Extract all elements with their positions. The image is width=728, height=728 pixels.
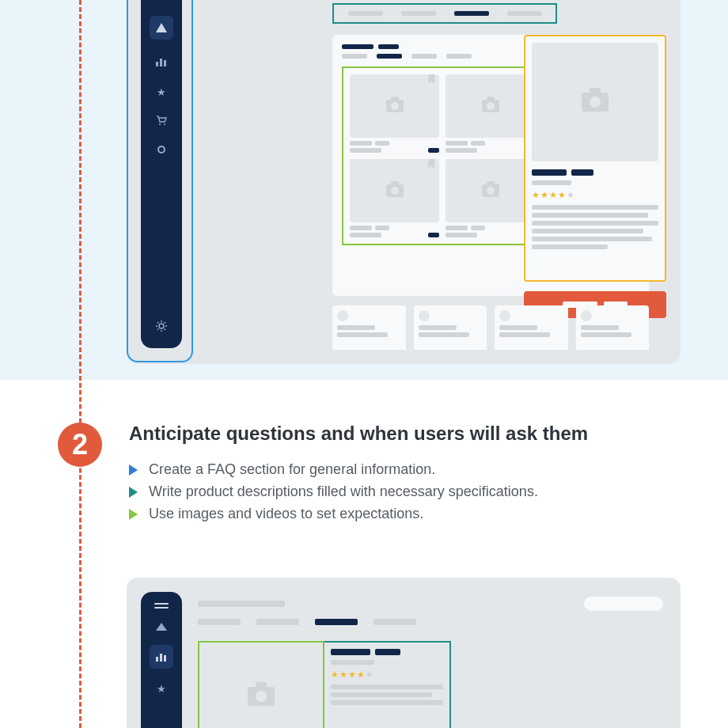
- svg-rect-3: [164, 60, 166, 66]
- nav-tab-active[interactable]: [454, 11, 489, 16]
- nav-tab[interactable]: [401, 11, 436, 16]
- sub-tab[interactable]: [342, 54, 367, 59]
- camera-icon: [482, 184, 499, 197]
- user-card[interactable]: [414, 305, 487, 350]
- star-icon[interactable]: ★: [157, 683, 166, 695]
- avatar-icon: [499, 310, 510, 321]
- page-title-placeholder: [198, 601, 285, 607]
- svg-line-13: [165, 329, 166, 331]
- rating-stars: ★★★★★: [532, 190, 658, 200]
- sidebar-item-home[interactable]: [150, 16, 173, 40]
- rating-stars: ★★★★★: [331, 669, 443, 680]
- svg-line-14: [157, 329, 159, 331]
- step-number-badge: 2: [58, 423, 102, 467]
- svg-rect-16: [156, 657, 158, 662]
- camera-icon: [386, 184, 404, 197]
- cart-icon[interactable]: [156, 116, 167, 127]
- step-bullet: Write product descriptions filled with n…: [129, 481, 681, 503]
- svg-point-7: [159, 324, 164, 328]
- avatar-icon: [337, 310, 348, 321]
- product-card[interactable]: [446, 159, 535, 237]
- product-image-highlight: [198, 641, 324, 728]
- sub-tab-active[interactable]: [377, 54, 402, 59]
- menu-icon[interactable]: [154, 603, 169, 609]
- nav-tab[interactable]: [507, 11, 542, 16]
- tab-active[interactable]: [315, 619, 358, 625]
- star-icon[interactable]: ★: [157, 86, 166, 98]
- user-card[interactable]: [332, 305, 406, 350]
- bar-chart-icon[interactable]: [156, 57, 167, 69]
- tab[interactable]: [373, 619, 416, 625]
- tab[interactable]: [198, 619, 241, 625]
- wireframe-mockup-2: ★ ★★★★★: [127, 578, 681, 728]
- svg-rect-2: [160, 59, 162, 66]
- settings-icon[interactable]: [156, 320, 167, 334]
- user-cards-row: [332, 305, 649, 350]
- svg-point-4: [159, 123, 161, 125]
- sidebar-nav: ★: [141, 0, 182, 348]
- svg-line-15: [165, 322, 166, 324]
- user-card[interactable]: [576, 305, 650, 350]
- camera-icon: [386, 100, 404, 112]
- featured-product-highlight: ★★★★★: [524, 35, 666, 282]
- camera-icon: [482, 100, 499, 112]
- nav-tab[interactable]: [348, 11, 383, 16]
- triangle-bullet-icon: [129, 464, 138, 476]
- camera-icon: [582, 93, 609, 112]
- product-detail-highlight: ★★★★★: [324, 641, 451, 728]
- svg-rect-1: [156, 62, 158, 66]
- svg-rect-18: [164, 655, 166, 662]
- avatar-icon: [419, 310, 430, 321]
- svg-rect-17: [160, 654, 162, 662]
- sub-tab[interactable]: [411, 54, 437, 59]
- svg-point-6: [158, 146, 165, 153]
- sidebar-item-active[interactable]: [150, 645, 173, 669]
- timeline-dashed-line: [79, 0, 82, 728]
- svg-point-5: [164, 123, 165, 125]
- svg-line-12: [157, 322, 159, 324]
- camera-icon: [248, 687, 275, 706]
- step-bullet: Create a FAQ section for general informa…: [129, 459, 681, 481]
- step-heading: Anticipate questions and when users will…: [129, 423, 681, 445]
- avatar-icon: [581, 310, 592, 321]
- product-card[interactable]: [350, 74, 439, 153]
- sub-tab[interactable]: [446, 54, 472, 59]
- top-nav-highlight: [332, 3, 557, 24]
- triangle-bullet-icon: [129, 487, 138, 498]
- product-card[interactable]: [350, 159, 439, 237]
- product-card[interactable]: [446, 74, 535, 153]
- wireframe-mockup-1: ★: [127, 0, 681, 364]
- triangle-up-icon[interactable]: [156, 623, 167, 631]
- sidebar-nav: ★: [141, 592, 182, 728]
- step-bullet: Use images and videos to set expectation…: [129, 503, 681, 525]
- tab[interactable]: [256, 619, 299, 625]
- circle-icon[interactable]: [157, 145, 166, 157]
- triangle-bullet-icon: [129, 509, 138, 520]
- user-card[interactable]: [495, 305, 568, 350]
- search-input[interactable]: [584, 597, 663, 611]
- svg-marker-0: [156, 23, 167, 32]
